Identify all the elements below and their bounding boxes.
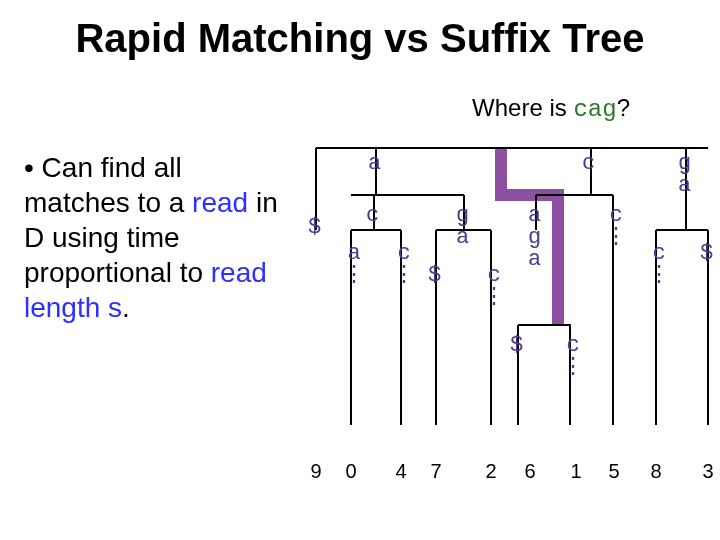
edge-ac: c bbox=[366, 205, 379, 227]
edge-ga-c: c ⋮ bbox=[648, 243, 670, 287]
leaf-1: 1 bbox=[570, 460, 581, 483]
slide-title: Rapid Matching vs Suffix Tree bbox=[0, 16, 720, 61]
edge-ag: g a bbox=[456, 205, 469, 249]
leaf-6: 6 bbox=[524, 460, 535, 483]
edge-c: c bbox=[582, 153, 595, 175]
edge-a: a bbox=[368, 153, 381, 175]
suffix-tree: a c g a $ c g a a ⋮ c ⋮ $ c ⋮ a g a c ⋮ … bbox=[296, 135, 720, 535]
edge-ca-c: c ⋮ bbox=[562, 335, 584, 379]
bullet-dot: . bbox=[122, 292, 130, 323]
edge-ag-d: $ bbox=[428, 265, 441, 287]
leaf-0: 0 bbox=[345, 460, 356, 483]
edge-ga: g a bbox=[678, 153, 691, 197]
edge-ac-c: c ⋮ bbox=[393, 243, 415, 287]
query-line: Where is cag? bbox=[472, 94, 630, 123]
edge-ag-c: c ⋮ bbox=[483, 265, 505, 309]
bullet-s: s bbox=[108, 292, 122, 323]
leaf-3: 3 bbox=[702, 460, 713, 483]
query-pattern: cag bbox=[573, 96, 616, 123]
edge-cc: c ⋮ bbox=[605, 205, 627, 249]
edge-ca: a g a bbox=[528, 205, 541, 271]
edge-dollar: $ bbox=[308, 217, 321, 239]
bullet-read: read bbox=[192, 187, 248, 218]
bullet-line1: Can find all matches to a bbox=[24, 152, 192, 218]
leaf-5: 5 bbox=[608, 460, 619, 483]
edge-ca-d: $ bbox=[510, 335, 523, 357]
edge-ac-a: a ⋮ bbox=[343, 243, 365, 287]
leaf-9: 9 bbox=[310, 460, 321, 483]
bullet-text: • Can find all matches to a read in D us… bbox=[24, 150, 294, 325]
bullet-glyph: • bbox=[24, 152, 42, 183]
query-prefix: Where is bbox=[472, 94, 573, 121]
query-suffix: ? bbox=[617, 94, 630, 121]
leaf-8: 8 bbox=[650, 460, 661, 483]
edge-ga-d: $ bbox=[700, 243, 713, 265]
leaf-2: 2 bbox=[485, 460, 496, 483]
leaf-4: 4 bbox=[395, 460, 406, 483]
leaf-7: 7 bbox=[430, 460, 441, 483]
